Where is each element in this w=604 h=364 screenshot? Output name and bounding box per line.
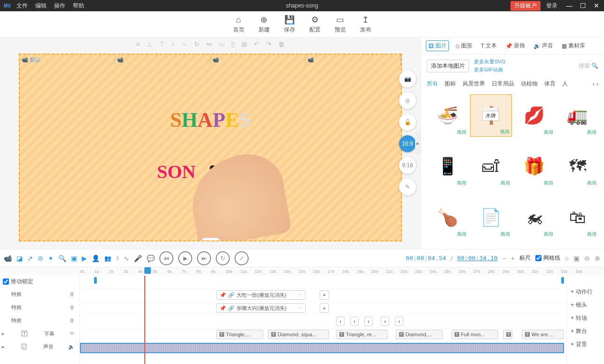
- zoom-in-icon[interactable]: ⊕: [595, 255, 600, 262]
- rotate-icon[interactable]: ↻: [194, 40, 200, 48]
- collapse-handle[interactable]: ▾: [201, 238, 220, 241]
- menu-file[interactable]: 文件: [16, 2, 28, 10]
- chevron-right-icon[interactable]: ›: [596, 81, 598, 87]
- asset-item[interactable]: 🍜商用: [427, 94, 468, 137]
- category-people[interactable]: 人: [562, 80, 568, 88]
- track-action-icon[interactable]: 🗑: [70, 304, 75, 310]
- fullscreen-button[interactable]: ⤢: [235, 251, 249, 265]
- tool-icon[interactable]: ⊘: [38, 255, 43, 262]
- scene-tab[interactable]: 📹: [211, 54, 306, 65]
- tab-text[interactable]: T文本: [479, 40, 499, 51]
- minus-icon[interactable]: −: [502, 255, 506, 262]
- tab-shape[interactable]: ◇图形: [454, 40, 474, 51]
- group-icon[interactable]: ⊞: [242, 40, 247, 48]
- more-icon[interactable]: ⋯: [297, 305, 302, 311]
- marker[interactable]: ⫞: [395, 317, 403, 326]
- asset-item[interactable]: 📄商用: [470, 196, 511, 239]
- chevron-left-icon[interactable]: ‹: [593, 81, 595, 87]
- group-icon[interactable]: 👥: [104, 255, 111, 262]
- asset-item[interactable]: 💋商用: [514, 94, 555, 137]
- timeline-clip[interactable]: TWe are ...: [522, 330, 564, 339]
- loop-button[interactable]: ↻: [216, 251, 230, 265]
- mic-icon[interactable]: 🎤: [134, 255, 142, 262]
- canvas-text-song[interactable]: SON: [157, 161, 196, 183]
- add-track-button[interactable]: +镜头: [567, 298, 604, 311]
- category-daily[interactable]: 日常用品: [492, 80, 514, 88]
- tab-sound[interactable]: 🔊声音: [532, 40, 555, 51]
- asset-item[interactable]: 🚛商用: [557, 94, 598, 137]
- track-header[interactable]: 特效🗑: [0, 301, 79, 314]
- timeline-clip[interactable]: 📌🔗大吃一惊(播放完消失)⋯: [216, 290, 306, 300]
- camera-tool-button[interactable]: 📷: [399, 70, 416, 87]
- asset-item[interactable]: 📱商用: [427, 145, 468, 187]
- add-track-button[interactable]: +动作行: [567, 285, 604, 298]
- align-tool-icon[interactable]: ≡: [136, 40, 140, 48]
- delete-icon[interactable]: 🗑: [278, 40, 285, 48]
- timeline-clip[interactable]: TTriangle,...: [216, 330, 263, 339]
- skip-forward-button[interactable]: ⏭: [197, 251, 211, 265]
- home-button[interactable]: ⌂首页: [233, 15, 244, 34]
- loop-end-marker[interactable]: [561, 277, 564, 284]
- asset-item[interactable]: 🍗商用: [427, 196, 468, 239]
- tool-icon[interactable]: ▶: [82, 255, 87, 262]
- config-button[interactable]: ⚙配置: [309, 15, 321, 34]
- expand-icon[interactable]: ▸: [2, 344, 5, 350]
- audio-icon[interactable]: ⫴: [116, 254, 119, 262]
- edit-tool-button[interactable]: ✎: [399, 178, 416, 195]
- category-all[interactable]: 所有: [427, 80, 438, 88]
- redo-icon[interactable]: ↷: [266, 40, 272, 48]
- timeline-clip[interactable]: TDiamond,...: [396, 330, 443, 339]
- wave-icon[interactable]: ∿: [124, 255, 129, 262]
- add-track-button[interactable]: +背景: [567, 338, 604, 351]
- tab-image[interactable]: 🖼图片: [426, 40, 449, 51]
- marker[interactable]: ⫞: [336, 317, 345, 326]
- timeline-clip[interactable]: TTriangle, re...: [336, 330, 388, 339]
- layer-icon[interactable]: ▯: [231, 40, 235, 48]
- timeline-clip[interactable]: 📌🔗张嘴大叫(播放完消失)⋯: [216, 303, 306, 313]
- target-tool-button[interactable]: ◎: [399, 92, 416, 109]
- tool-icon[interactable]: ▣: [573, 255, 580, 262]
- align-tool-icon[interactable]: ⊤: [159, 40, 165, 48]
- grid-checkbox[interactable]: 网格线: [535, 254, 560, 262]
- track-action-icon[interactable]: 🔈: [68, 344, 75, 350]
- tool-icon[interactable]: ▣: [71, 255, 77, 262]
- marker[interactable]: ⫞: [364, 317, 373, 326]
- lock-tool-button[interactable]: 🔓: [399, 114, 416, 131]
- maximize-button[interactable]: ☐: [577, 2, 589, 9]
- more-gif-link[interactable]: 更多GIF动画: [474, 66, 505, 73]
- category-scenery[interactable]: 风景世界: [463, 80, 485, 88]
- more-icon[interactable]: ⋯: [297, 292, 302, 298]
- scene-tab[interactable]: 📹: [306, 54, 401, 65]
- undo-icon[interactable]: ↶: [254, 40, 259, 48]
- play-button[interactable]: ▶: [178, 251, 192, 265]
- timeline-clip[interactable]: TFull moo...: [451, 330, 498, 339]
- loop-start-marker[interactable]: [94, 277, 97, 284]
- ratio-16-9-button[interactable]: 16:9: [399, 135, 416, 152]
- add-local-image-button[interactable]: 添加本地图片: [427, 60, 469, 72]
- person-icon[interactable]: 👤: [92, 255, 100, 262]
- asset-item[interactable]: 🛍商用: [557, 196, 598, 239]
- more-svg-link[interactable]: 更多矢量SVG: [474, 58, 505, 65]
- save-button[interactable]: 💾保存: [284, 15, 295, 34]
- total-time[interactable]: 00:00:34.10: [457, 255, 498, 262]
- tool-icon[interactable]: ⟐: [565, 255, 569, 262]
- timeline-clip[interactable]: T: [503, 330, 512, 339]
- menu-action[interactable]: 操作: [54, 2, 65, 10]
- add-track-button[interactable]: +转场: [567, 311, 604, 325]
- tab-decoration[interactable]: 📌装饰: [503, 40, 527, 51]
- category-animals[interactable]: 动植物: [521, 80, 538, 88]
- category-icon[interactable]: 图标: [445, 80, 456, 88]
- new-button[interactable]: ⊕新建: [259, 15, 270, 34]
- asset-item[interactable]: 🎁商用: [514, 145, 555, 187]
- speak-icon[interactable]: 💬: [147, 255, 155, 262]
- menu-help[interactable]: 帮助: [73, 2, 84, 10]
- playhead-line[interactable]: [144, 276, 145, 364]
- publish-button[interactable]: ↥发布: [360, 15, 371, 34]
- asset-item[interactable]: 🛋商用: [470, 145, 511, 187]
- tool-icon[interactable]: ✦: [48, 255, 54, 262]
- scene-tab[interactable]: 📹默认: [20, 54, 115, 65]
- menu-edit[interactable]: 编辑: [35, 2, 47, 10]
- align-tool-icon[interactable]: ⫞: [171, 40, 174, 48]
- ratio-9-16-button[interactable]: 9:16: [399, 157, 416, 174]
- track-action-icon[interactable]: 🗑: [70, 318, 75, 323]
